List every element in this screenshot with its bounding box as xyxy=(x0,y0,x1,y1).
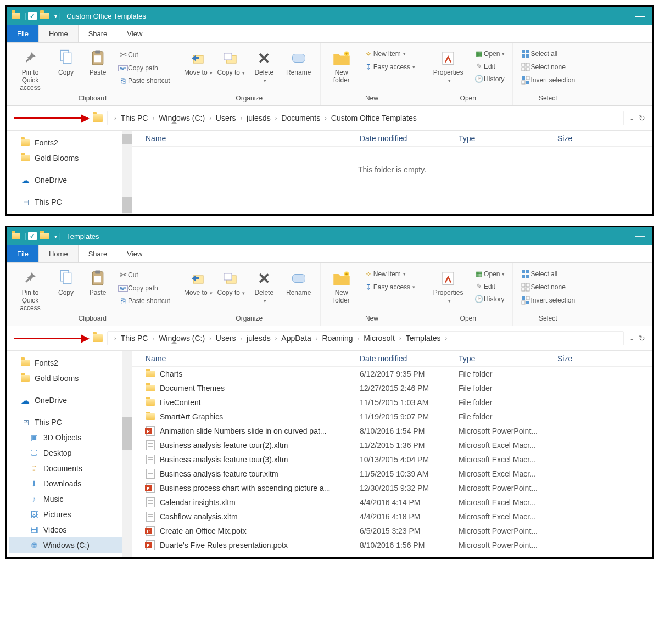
folder-icon[interactable] xyxy=(93,114,103,122)
sidebar-item[interactable]: ⬇Downloads xyxy=(9,476,130,491)
sidebar-item[interactable]: 🎞Videos xyxy=(9,522,130,537)
breadcrumb-segment[interactable]: This PC xyxy=(121,114,148,122)
history-button[interactable]: 🕑History xyxy=(472,74,507,84)
sidebar-item[interactable]: ☁OneDrive xyxy=(9,172,130,188)
edit-button[interactable]: ✎Edit xyxy=(472,61,507,71)
refresh-button[interactable]: ↻ xyxy=(639,114,645,122)
new-folder-button[interactable]: New folder xyxy=(326,46,357,92)
scroll-up-icon[interactable] xyxy=(122,134,132,144)
titlebar[interactable]: | ✓ ▾ | Templates — xyxy=(7,227,652,245)
tab-view[interactable]: View xyxy=(117,25,152,42)
copy-button[interactable]: Copy xyxy=(52,46,80,92)
column-size[interactable]: Size xyxy=(557,134,652,143)
dropdown-icon[interactable]: ⌄ xyxy=(629,115,634,122)
breadcrumb-segment[interactable]: Windows (C:) xyxy=(159,334,205,343)
copy-to-button[interactable]: Copy to▾ xyxy=(217,266,245,312)
breadcrumb-segment[interactable]: Users xyxy=(216,114,236,122)
sidebar-item[interactable]: ☁OneDrive xyxy=(9,393,130,408)
sidebar-item[interactable]: Fonts2 xyxy=(9,135,130,150)
properties-button[interactable]: Properties▾ xyxy=(429,46,467,92)
minimize-button[interactable]: — xyxy=(635,231,645,242)
column-date-modified[interactable]: Date modified xyxy=(360,354,459,363)
paste-button[interactable]: Paste xyxy=(84,46,111,92)
scrollbar[interactable] xyxy=(122,131,132,214)
column-name[interactable]: Name xyxy=(132,354,360,363)
scrollbar-thumb[interactable] xyxy=(122,417,132,450)
new-item-button[interactable]: ✧New item▾ xyxy=(361,48,417,59)
file-row[interactable]: Calendar insights.xltm 4/4/2016 4:14 PM … xyxy=(132,495,652,509)
sidebar-item[interactable]: 🖼Pictures xyxy=(9,507,130,522)
checkbox-icon[interactable]: ✓ xyxy=(28,12,37,20)
copy-button[interactable]: Copy xyxy=(52,266,80,312)
paste-button[interactable]: Paste xyxy=(84,266,111,312)
paste-shortcut-button[interactable]: ⎘Paste shortcut xyxy=(116,295,172,306)
cut-button[interactable]: ✂Cut xyxy=(116,48,172,61)
file-row[interactable]: Document Themes 12/27/2015 2:46 PM File … xyxy=(132,381,652,395)
checkbox-icon[interactable]: ✓ xyxy=(28,232,37,240)
file-row[interactable]: Business analysis feature tour.xltm 11/5… xyxy=(132,467,652,481)
column-type[interactable]: Type xyxy=(459,134,557,143)
sidebar-item[interactable]: Gold Blooms xyxy=(9,150,130,166)
move-to-button[interactable]: Move to▾ xyxy=(184,46,213,92)
rename-button[interactable]: Rename xyxy=(283,46,315,92)
folder-icon[interactable] xyxy=(93,334,103,342)
breadcrumb-segment[interactable]: julesds xyxy=(247,114,271,122)
open-button[interactable]: ▦Open▾ xyxy=(472,268,507,279)
column-date-modified[interactable]: Date modified xyxy=(360,134,459,143)
breadcrumb-segment[interactable]: AppData xyxy=(281,334,311,343)
sidebar-item[interactable]: Gold Blooms xyxy=(9,371,130,386)
breadcrumb-segment[interactable]: julesds xyxy=(247,334,271,343)
new-item-button[interactable]: ✧New item▾ xyxy=(361,268,417,279)
tab-file[interactable]: File xyxy=(7,245,38,262)
sidebar-item[interactable]: 🖥This PC xyxy=(9,194,130,210)
tab-view[interactable]: View xyxy=(117,245,152,262)
breadcrumb-segment[interactable]: Roaming xyxy=(322,334,353,343)
open-button[interactable]: ▦Open▾ xyxy=(472,48,507,59)
minimize-button[interactable]: — xyxy=(635,10,645,22)
file-row[interactable]: SmartArt Graphics 11/19/2015 9:07 PM Fil… xyxy=(132,410,652,424)
file-row[interactable]: Animation slide Numbers slide in on curv… xyxy=(132,424,652,438)
select-all-button[interactable]: Select all xyxy=(518,48,577,59)
copy-path-button[interactable]: W≡Copy path xyxy=(116,63,172,73)
column-name[interactable]: Name xyxy=(132,134,360,143)
pin-to-quick-access-button[interactable]: Pin to Quick access xyxy=(13,46,48,92)
sidebar-item[interactable]: ▣3D Objects xyxy=(9,430,130,445)
delete-button[interactable]: ✕ Delete▾ xyxy=(250,266,278,312)
invert-selection-button[interactable]: Invert selection xyxy=(518,75,577,86)
file-row[interactable]: Business analysis feature tour(2).xltm 1… xyxy=(132,438,652,452)
chevron-down-icon[interactable]: ▾ xyxy=(54,233,57,239)
breadcrumb-segment[interactable]: Documents xyxy=(281,114,320,122)
new-folder-button[interactable]: New folder xyxy=(326,266,357,312)
chevron-down-icon[interactable]: ▾ xyxy=(54,13,57,19)
file-row[interactable]: Create an Office Mix.potx 6/5/2015 3:23 … xyxy=(132,524,652,538)
history-button[interactable]: 🕑History xyxy=(472,294,507,304)
pin-to-quick-access-button[interactable]: Pin to Quick access xyxy=(13,266,48,312)
scrollbar-thumb[interactable] xyxy=(122,197,132,213)
breadcrumb-segment[interactable]: Microsoft xyxy=(364,334,395,343)
select-none-button[interactable]: Select none xyxy=(518,282,577,293)
scrollbar[interactable] xyxy=(122,351,132,557)
cut-button[interactable]: ✂Cut xyxy=(116,268,172,281)
breadcrumb-segment[interactable]: Users xyxy=(216,334,236,343)
dropdown-icon[interactable]: ⌄ xyxy=(629,335,634,342)
move-to-button[interactable]: Move to▾ xyxy=(184,266,213,312)
invert-selection-button[interactable]: Invert selection xyxy=(518,295,577,306)
sidebar-item[interactable]: Fonts2 xyxy=(9,355,130,371)
copy-path-button[interactable]: W≡Copy path xyxy=(116,283,172,293)
easy-access-button[interactable]: ↧Easy access▾ xyxy=(361,282,417,293)
sidebar-item[interactable]: ⛃Windows (C:) xyxy=(9,537,130,553)
sidebar-item[interactable]: 🗎Documents xyxy=(9,461,130,476)
file-row[interactable]: Charts 6/12/2017 9:35 PM File folder xyxy=(132,367,652,381)
file-row[interactable]: Business process chart with ascending pi… xyxy=(132,481,652,495)
properties-button[interactable]: Properties▾ xyxy=(429,266,467,312)
rename-button[interactable]: Rename xyxy=(283,266,315,312)
file-row[interactable]: Business analysis feature tour(3).xltm 1… xyxy=(132,452,652,467)
tab-home[interactable]: Home xyxy=(38,245,79,262)
file-row[interactable]: Duarte's Five Rules presentation.potx 8/… xyxy=(132,538,652,552)
sidebar-item[interactable]: 🖵Desktop xyxy=(9,445,130,461)
easy-access-button[interactable]: ↧Easy access▾ xyxy=(361,61,417,72)
column-type[interactable]: Type xyxy=(459,354,557,363)
file-row[interactable]: LiveContent 11/15/2015 1:03 AM File fold… xyxy=(132,395,652,410)
delete-button[interactable]: ✕ Delete▾ xyxy=(250,46,278,92)
file-row[interactable]: Cashflow analysis.xltm 4/4/2016 4:18 PM … xyxy=(132,509,652,524)
